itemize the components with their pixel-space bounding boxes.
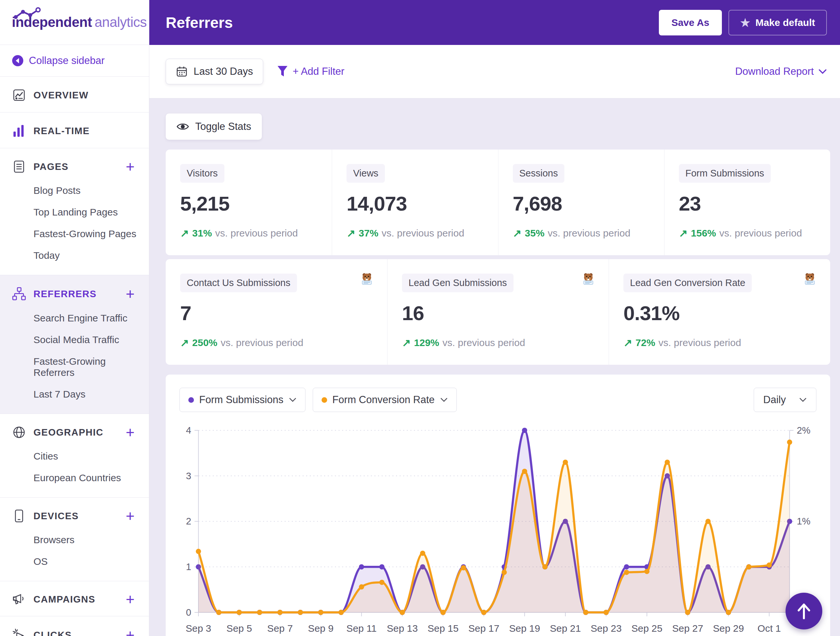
top-header: Referrers Save As ★ Make default: [149, 0, 840, 45]
stat-card-contact-us-submissions: Contact Us Submissions 7 ↗ 250% vs. prev…: [166, 259, 387, 365]
sidebar-subitem-cities[interactable]: Cities: [0, 445, 149, 467]
clicks-icon: [12, 628, 26, 636]
date-range-button[interactable]: Last 30 Days: [166, 59, 263, 84]
trend-up-arrow-icon: ↗: [513, 227, 522, 240]
svg-text:2: 2: [186, 516, 191, 526]
sidebar-item-real-time[interactable]: REAL-TIME: [0, 122, 149, 139]
geographic-icon: [12, 426, 26, 439]
sidebar-subitem-european-countries[interactable]: European Countries: [0, 467, 149, 489]
stat-card-sessions: Sessions 7,698 ↗ 35% vs. previous period: [498, 150, 664, 255]
stat-card-lead-gen-submissions: Lead Gen Submissions 16 ↗ 129% vs. previ…: [387, 259, 609, 365]
stat-change-note: vs. previous period: [658, 337, 741, 348]
sidebar-section-pages: PAGES + Blog PostsTop Landing PagesFaste…: [0, 148, 149, 275]
sidebar-subitem-today[interactable]: Today: [0, 245, 149, 266]
sidebar-nav: OVERVIEW REAL-TIME PAGES + Blog PostsTop…: [0, 77, 149, 636]
stat-change-note: vs. previous period: [548, 228, 630, 239]
sidebar-item-campaigns[interactable]: CAMPAIGNS +: [0, 591, 149, 608]
sidebar-item-devices[interactable]: DEVICES +: [0, 507, 149, 524]
download-report-button[interactable]: Download Report: [735, 66, 827, 77]
logo[interactable]: independentanalytics: [0, 0, 149, 45]
stat-change-note: vs. previous period: [443, 337, 525, 348]
add-report-button[interactable]: +: [123, 162, 137, 172]
sidebar-subitem-os[interactable]: OS: [0, 551, 149, 572]
sidebar-subitem-search-engine-traffic[interactable]: Search Engine Traffic: [0, 307, 149, 329]
trend-up-arrow-icon: ↗: [624, 336, 632, 349]
legend-form-conversion-rate-dropdown[interactable]: Form Conversion Rate: [313, 388, 457, 412]
collapse-sidebar-label: Collapse sidebar: [29, 55, 105, 66]
add-report-button[interactable]: +: [123, 289, 137, 299]
scroll-to-top-button[interactable]: [786, 593, 822, 630]
stat-value: 14,073: [346, 192, 483, 215]
sidebar-section-devices: DEVICES + BrowsersOS: [0, 497, 149, 581]
sidebar-subitem-browsers[interactable]: Browsers: [0, 529, 149, 551]
stat-card-views: Views 14,073 ↗ 37% vs. previous period: [332, 150, 498, 255]
stat-value: 0.31%: [624, 301, 816, 325]
sidebar-section-label: GEOGRAPHIC: [33, 427, 123, 438]
stat-card-lead-gen-conversion-rate: Lead Gen Conversion Rate 0.31% ↗ 72% vs.…: [609, 259, 830, 365]
sidebar-subitem-fastest-growing-pages[interactable]: Fastest-Growing Pages: [0, 223, 149, 245]
sidebar-section-label: CLICKS: [33, 630, 123, 636]
sidebar-item-referrers[interactable]: REFERRERS +: [0, 285, 149, 303]
logo-word-light: analytics: [95, 14, 147, 30]
sidebar-subitem-fastest-growing-referrers[interactable]: Fastest-Growing Referrers: [0, 350, 149, 383]
sidebar-item-overview[interactable]: OVERVIEW: [0, 87, 149, 104]
page-title: Referrers: [166, 14, 659, 32]
add-report-button[interactable]: +: [123, 428, 137, 437]
sidebar-item-geographic[interactable]: GEOGRAPHIC +: [0, 424, 149, 441]
svg-text:Sep 23: Sep 23: [591, 623, 622, 634]
beaver-mascot-icon: [581, 271, 595, 287]
stat-value: 7,698: [513, 192, 650, 215]
interval-select[interactable]: Daily: [754, 388, 816, 412]
stat-label: Views: [346, 164, 385, 183]
trend-up-arrow-icon: ↗: [679, 227, 688, 240]
stat-change: ↗ 250% vs. previous period: [180, 336, 373, 349]
sidebar-subitem-last-7-days[interactable]: Last 7 Days: [0, 383, 149, 405]
svg-text:Sep 27: Sep 27: [672, 623, 703, 634]
chevron-down-icon: [440, 398, 448, 402]
legend-form-submissions-label: Form Submissions: [199, 394, 284, 406]
stat-value: 5,215: [180, 192, 317, 215]
eye-icon: [176, 122, 189, 131]
svg-text:Sep 29: Sep 29: [713, 623, 744, 634]
svg-text:4: 4: [186, 425, 191, 436]
chevron-down-icon: [289, 398, 297, 402]
sidebar-section-real-time: REAL-TIME: [0, 112, 149, 148]
svg-text:Sep 13: Sep 13: [387, 623, 418, 634]
svg-text:Sep 21: Sep 21: [550, 623, 581, 634]
stat-card-form-submissions: Form Submissions 23 ↗ 156% vs. previous …: [664, 150, 830, 255]
stats-cards: Visitors 5,215 ↗ 31% vs. previous period…: [166, 150, 830, 365]
sidebar-subitems: Blog PostsTop Landing PagesFastest-Growi…: [0, 180, 149, 266]
orange-series-dot: [322, 397, 327, 403]
add-report-button[interactable]: +: [123, 630, 137, 636]
sidebar-subitem-top-landing-pages[interactable]: Top Landing Pages: [0, 201, 149, 223]
stat-change-note: vs. previous period: [215, 228, 298, 239]
svg-text:Sep 9: Sep 9: [308, 623, 333, 634]
stat-change-note: vs. previous period: [382, 228, 464, 239]
toggle-stats-button[interactable]: Toggle Stats: [166, 114, 262, 140]
add-filter-button[interactable]: + Add Filter: [277, 65, 344, 78]
filter-bar: Last 30 Days + Add Filter Download Repor…: [149, 45, 840, 98]
add-report-button[interactable]: +: [123, 511, 137, 521]
stat-change: ↗ 72% vs. previous period: [624, 336, 816, 349]
stat-change-percent: 35%: [525, 228, 544, 239]
sidebar-section-label: REAL-TIME: [33, 126, 137, 136]
trend-up-arrow-icon: ↗: [402, 336, 411, 349]
stat-change-percent: 156%: [691, 228, 716, 239]
sidebar-subitem-blog-posts[interactable]: Blog Posts: [0, 180, 149, 201]
stat-change-percent: 72%: [636, 337, 655, 348]
make-default-button[interactable]: ★ Make default: [728, 10, 827, 35]
svg-text:Sep 11: Sep 11: [346, 623, 377, 634]
save-as-button[interactable]: Save As: [659, 10, 722, 35]
sidebar-item-clicks[interactable]: CLICKS +: [0, 626, 149, 636]
sidebar-item-pages[interactable]: PAGES +: [0, 158, 149, 175]
campaigns-icon: [12, 593, 26, 606]
sidebar-subitems: BrowsersOS: [0, 529, 149, 572]
sidebar-subitem-social-media-traffic[interactable]: Social Media Traffic: [0, 329, 149, 350]
svg-text:1%: 1%: [797, 516, 810, 526]
add-report-button[interactable]: +: [123, 594, 137, 604]
legend-form-submissions-dropdown[interactable]: Form Submissions: [180, 388, 305, 412]
stat-value: 23: [679, 192, 816, 215]
beaver-mascot-icon: [360, 271, 374, 287]
collapse-sidebar-button[interactable]: Collapse sidebar: [0, 45, 149, 77]
line-chart: 012340%1%2%Sep 3Sep 5Sep 7Sep 9Sep 11Sep…: [180, 420, 816, 636]
